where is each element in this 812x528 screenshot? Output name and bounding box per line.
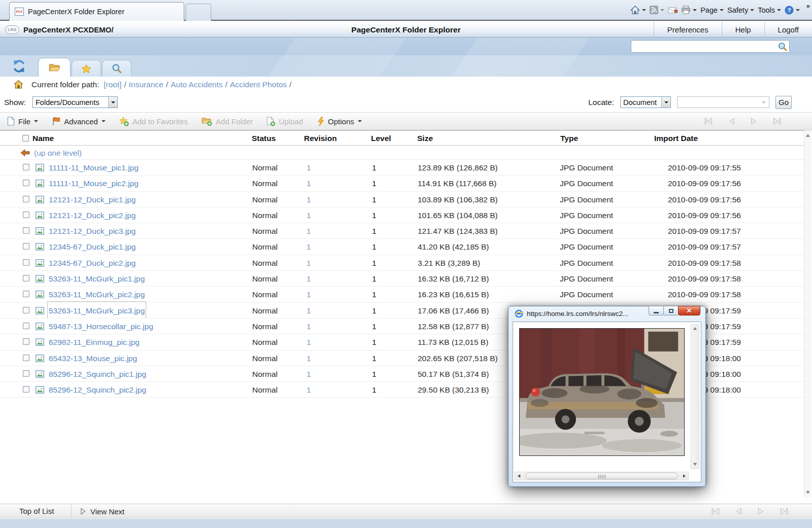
file-name-link[interactable]: 12121-12_Duck_pic3.jpg <box>49 223 136 239</box>
tab-folders[interactable] <box>38 58 71 77</box>
file-name-link[interactable]: 65432-13_Mouse_pic.jpg <box>49 350 137 366</box>
home-dropdown-caret[interactable] <box>642 9 646 11</box>
file-name-link[interactable]: 12345-67_Duck_pic1.jpg <box>49 239 136 255</box>
row-checkbox[interactable] <box>23 338 29 345</box>
column-header-size[interactable]: Size <box>417 131 433 146</box>
column-header-type[interactable]: Type <box>560 131 578 146</box>
file-name-link[interactable]: 85296-12_Squinch_pic2.jpg <box>49 382 146 398</box>
read-mail-button[interactable] <box>668 6 678 14</box>
revision-link[interactable]: 1 <box>307 175 311 191</box>
file-menu-button[interactable]: File <box>7 117 38 126</box>
breadcrumb-link-root[interactable]: [root] <box>104 80 121 89</box>
revision-link[interactable]: 1 <box>307 239 311 255</box>
popup-horizontal-scrollbar[interactable] <box>515 472 689 480</box>
close-button[interactable]: ✕ <box>678 306 700 315</box>
row-checkbox[interactable] <box>23 180 29 186</box>
refresh-icon[interactable] <box>12 59 26 73</box>
scroll-up-icon[interactable] <box>805 133 810 138</box>
revision-link[interactable]: 1 <box>307 350 311 366</box>
help-button[interactable]: ? <box>785 6 800 15</box>
scroll-up-icon[interactable] <box>693 326 697 331</box>
revision-link[interactable]: 1 <box>307 207 311 223</box>
help-dropdown-caret[interactable] <box>796 9 800 11</box>
file-name-link[interactable]: 12121-12_Duck_pic1.jpg <box>49 192 136 207</box>
breadcrumb-link-accident-photos[interactable]: Accident Photos <box>230 80 287 89</box>
last-page-icon[interactable] <box>780 508 789 515</box>
row-checkbox[interactable] <box>23 291 29 297</box>
select-all-checkbox[interactable] <box>22 135 29 142</box>
safety-menu[interactable]: Safety <box>727 6 754 14</box>
file-name-link[interactable]: 59487-13_Horsecollar_pic.jpg <box>49 319 153 334</box>
feeds-dropdown-caret[interactable] <box>660 9 664 11</box>
first-page-icon[interactable] <box>704 118 713 125</box>
previous-page-icon[interactable] <box>728 118 735 125</box>
column-header-import-date[interactable]: Import Date <box>654 131 698 146</box>
revision-link[interactable]: 1 <box>307 319 311 334</box>
search-input[interactable] <box>631 41 777 52</box>
locate-type-select[interactable]: Document <box>620 96 671 108</box>
row-checkbox[interactable] <box>23 259 29 266</box>
help-menu-button[interactable]: Help <box>722 22 764 38</box>
file-name-link[interactable]: 11111-11_Mouse_pic2.jpg <box>49 175 139 191</box>
revision-link[interactable]: 1 <box>307 271 311 287</box>
add-to-favorites-button[interactable]: Add to Favorites <box>119 117 188 126</box>
feeds-button[interactable] <box>650 6 664 14</box>
revision-link[interactable]: 1 <box>307 334 311 350</box>
file-name-link[interactable]: 11111-11_Mouse_pic1.jpg <box>49 160 139 175</box>
browser-tab-inactive[interactable] <box>186 4 211 21</box>
toolbar-overflow-chevrons[interactable]: » <box>806 2 810 10</box>
file-name-link[interactable]: 62982-11_Einmug_pic.jpg <box>49 334 140 350</box>
scroll-right-icon[interactable] <box>682 474 687 478</box>
add-folder-button[interactable]: Add Folder <box>201 117 253 126</box>
last-page-icon[interactable] <box>772 118 782 125</box>
row-checkbox[interactable] <box>23 307 29 313</box>
revision-link[interactable]: 1 <box>307 382 311 398</box>
page-menu[interactable]: Page <box>700 6 724 14</box>
row-checkbox[interactable] <box>23 275 29 281</box>
revision-link[interactable]: 1 <box>307 255 311 271</box>
scroll-left-icon[interactable] <box>517 474 521 478</box>
revision-link[interactable]: 1 <box>307 303 311 319</box>
column-header-revision[interactable]: Revision <box>304 131 337 146</box>
tab-favorites[interactable] <box>72 60 101 77</box>
row-checkbox[interactable] <box>23 323 29 329</box>
logoff-button[interactable]: Logoff <box>764 22 812 38</box>
home-button[interactable] <box>630 6 646 15</box>
row-checkbox[interactable] <box>23 243 29 250</box>
search-icon[interactable] <box>777 42 788 52</box>
print-dropdown-caret[interactable] <box>693 9 697 11</box>
show-select[interactable]: Folders/Documents <box>32 96 118 108</box>
row-checkbox[interactable] <box>23 196 29 202</box>
scrollbar-thumb[interactable] <box>525 473 678 479</box>
revision-link[interactable]: 1 <box>307 287 311 302</box>
previous-page-icon[interactable] <box>735 508 742 515</box>
file-name-link[interactable]: 12345-67_Duck_pic2.jpg <box>49 255 136 271</box>
browser-tab-active[interactable]: PCX PageCenterX Folder Explorer <box>9 2 184 21</box>
row-checkbox[interactable] <box>23 212 29 218</box>
list-vertical-scrollbar[interactable] <box>804 131 811 497</box>
upload-button[interactable]: Upload <box>266 117 303 126</box>
popup-vertical-scrollbar[interactable] <box>691 324 699 469</box>
row-checkbox[interactable] <box>23 164 29 170</box>
revision-link[interactable]: 1 <box>307 366 311 382</box>
column-header-status[interactable]: Status <box>252 131 276 146</box>
row-checkbox[interactable] <box>23 355 29 361</box>
file-name-link[interactable]: 85296-12_Squinch_pic1.jpg <box>49 366 146 382</box>
locate-combo-arrow[interactable] <box>762 101 766 103</box>
row-checkbox[interactable] <box>23 227 29 234</box>
home-folder-icon[interactable] <box>14 80 23 89</box>
file-name-link[interactable]: 53263-11_McGurk_pic3.jpg <box>49 303 145 319</box>
file-name-link[interactable]: 12121-12_Duck_pic2.jpg <box>49 207 136 223</box>
next-page-icon[interactable] <box>757 508 765 515</box>
row-checkbox[interactable] <box>23 370 29 377</box>
options-menu-button[interactable]: Options <box>317 117 362 126</box>
scroll-down-icon[interactable] <box>693 462 697 467</box>
tools-menu[interactable]: Tools <box>758 6 781 14</box>
preferences-button[interactable]: Preferences <box>654 22 722 38</box>
go-button[interactable]: Go <box>775 96 792 109</box>
row-checkbox[interactable] <box>23 386 29 393</box>
locate-value-combo[interactable] <box>677 96 769 108</box>
first-page-icon[interactable] <box>711 508 720 515</box>
print-button[interactable] <box>681 6 697 14</box>
revision-link[interactable]: 1 <box>307 160 311 175</box>
